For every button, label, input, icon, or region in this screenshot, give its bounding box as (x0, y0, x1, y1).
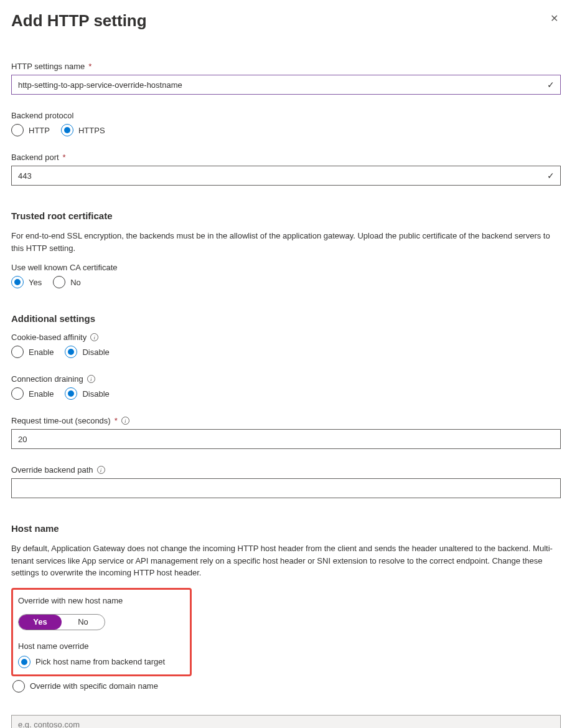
override-specific-domain-radio[interactable]: Override with specific domain name (12, 680, 561, 693)
info-icon[interactable]: i (121, 417, 129, 425)
radio-selected-icon (65, 346, 77, 358)
radio-label: Disable (82, 347, 109, 357)
drain-disable-radio[interactable]: Disable (65, 387, 109, 400)
trusted-root-description: For end-to-end SSL encryption, the backe… (11, 230, 561, 254)
override-backend-path-input[interactable] (11, 478, 561, 498)
override-hostname-toggle-label: Override with new host name (18, 596, 185, 605)
radio-selected-icon (61, 124, 73, 136)
http-settings-name-input[interactable] (11, 75, 561, 95)
label-text: Connection draining (11, 374, 83, 384)
toggle-yes[interactable]: Yes (19, 615, 62, 630)
host-name-description: By default, Application Gateway does not… (11, 542, 561, 579)
label-text: Cookie-based affinity (11, 333, 87, 342)
radio-label: HTTPS (78, 126, 105, 135)
backend-port-label: Backend port* (11, 153, 561, 162)
label-text: Override backend path (11, 465, 93, 475)
cookie-affinity-label: Cookie-based affinity i (11, 333, 561, 342)
ca-yes-radio[interactable]: Yes (11, 276, 42, 288)
ca-no-radio[interactable]: No (53, 276, 81, 288)
cookie-disable-radio[interactable]: Disable (65, 346, 109, 358)
override-hostname-toggle[interactable]: Yes No (18, 614, 105, 630)
radio-selected-icon (11, 276, 24, 288)
http-settings-name-label: HTTP settings name* (11, 62, 561, 71)
additional-settings-heading: Additional settings (11, 313, 561, 324)
request-timeout-input[interactable] (11, 429, 561, 449)
specific-domain-input (11, 715, 561, 729)
page-title: Add HTTP setting (11, 11, 147, 31)
protocol-https-radio[interactable]: HTTPS (61, 124, 105, 136)
radio-label: No (70, 278, 81, 287)
label-text: HTTP settings name (11, 62, 85, 71)
radio-icon (11, 124, 24, 136)
close-icon[interactable]: ✕ (548, 11, 561, 26)
host-name-heading: Host name (11, 523, 561, 534)
radio-label: HTTP (29, 126, 50, 135)
trusted-root-heading: Trusted root certificate (11, 210, 561, 221)
radio-icon (53, 276, 65, 288)
info-icon[interactable]: i (90, 333, 98, 341)
backend-port-input[interactable] (11, 166, 561, 186)
backend-protocol-label: Backend protocol (11, 111, 561, 120)
required-asterisk: * (88, 62, 91, 71)
radio-selected-icon (65, 387, 77, 400)
connection-draining-label: Connection draining i (11, 374, 561, 384)
request-timeout-label: Request time-out (seconds)* i (11, 416, 561, 425)
radio-icon (11, 387, 24, 400)
radio-label: Pick host name from backend target (35, 657, 165, 666)
toggle-no[interactable]: No (62, 615, 105, 630)
ca-certificate-label: Use well known CA certificate (11, 263, 561, 272)
host-name-override-label: Host name override (18, 641, 185, 651)
radio-label: Enable (29, 347, 54, 357)
highlight-box: Override with new host name Yes No Host … (11, 588, 192, 676)
required-asterisk: * (63, 153, 66, 162)
required-asterisk: * (115, 416, 118, 425)
label-text: Request time-out (seconds) (11, 416, 111, 425)
radio-selected-icon (18, 656, 30, 668)
pick-hostname-radio[interactable]: Pick host name from backend target (18, 656, 185, 668)
radio-icon (12, 680, 25, 693)
cookie-enable-radio[interactable]: Enable (11, 346, 54, 358)
radio-label: Enable (29, 389, 54, 399)
protocol-http-radio[interactable]: HTTP (11, 124, 50, 136)
radio-label: Disable (82, 389, 109, 399)
info-icon[interactable]: i (97, 466, 105, 474)
info-icon[interactable]: i (87, 375, 95, 383)
label-text: Backend port (11, 153, 59, 162)
radio-label: Override with specific domain name (30, 681, 158, 691)
radio-label: Yes (29, 278, 42, 287)
override-backend-path-label: Override backend path i (11, 465, 561, 475)
radio-icon (11, 346, 24, 358)
drain-enable-radio[interactable]: Enable (11, 387, 54, 400)
